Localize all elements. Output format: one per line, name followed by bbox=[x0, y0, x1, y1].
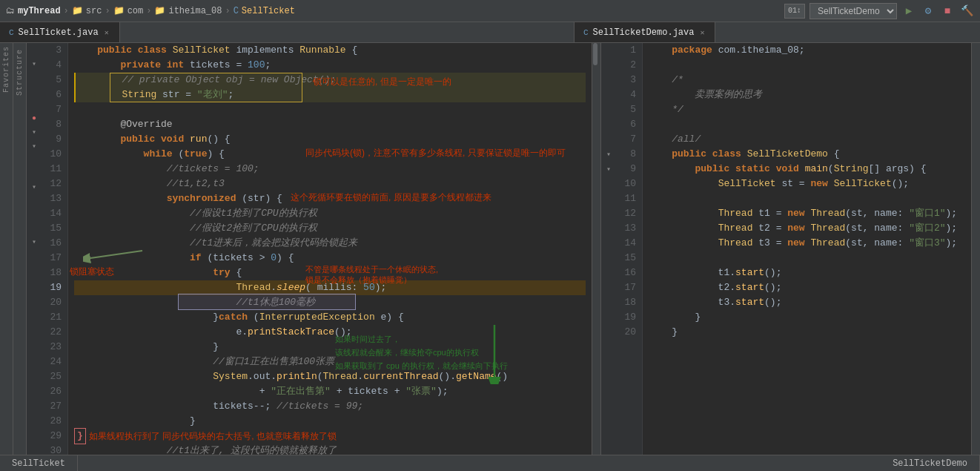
rg-6 bbox=[601, 117, 616, 132]
sort-button[interactable]: 01↕ bbox=[784, 4, 805, 19]
sep3: › bbox=[146, 6, 151, 16]
tab-label-left: SellTicket.java bbox=[19, 27, 99, 38]
ln-5: 5 bbox=[47, 73, 62, 88]
rln-14: 14 bbox=[622, 236, 636, 251]
bottom-tab-right[interactable]: SellTicketDemo bbox=[881, 455, 980, 471]
com-label[interactable]: com bbox=[128, 6, 144, 16]
code-line-28: } bbox=[74, 414, 586, 429]
gutter-18 bbox=[27, 249, 42, 263]
bottom-status-bar: SellTicket SellTicketDemo bbox=[0, 455, 980, 471]
left-line-numbers: 3 4 5 6 7 8 9 10 11 12 13 14 15 16 17 18 bbox=[42, 43, 68, 455]
rln-12: 12 bbox=[622, 206, 636, 221]
left-scrollbar-marker[interactable] bbox=[592, 43, 600, 455]
gutter-10[interactable]: ▾ bbox=[27, 139, 42, 154]
right-gutter: ▾ ▾ bbox=[601, 43, 616, 455]
tab-close-right[interactable]: ✕ bbox=[698, 28, 706, 37]
rln-5: 5 bbox=[622, 102, 636, 117]
config-dropdown[interactable]: SellTicketDemo bbox=[810, 3, 897, 19]
rln-18: 18 bbox=[622, 295, 636, 310]
debug-button[interactable]: ⚙ bbox=[921, 4, 936, 19]
tab-bar: C SellTicket.java ✕ C SellTicketDemo.jav… bbox=[0, 22, 980, 43]
tab-icon-right: C bbox=[583, 28, 589, 37]
right-scrollbar-marker[interactable] bbox=[971, 43, 980, 455]
rg-15 bbox=[601, 251, 616, 266]
gutter-9[interactable]: ▾ bbox=[27, 125, 42, 139]
gutter-17[interactable]: ▾ bbox=[27, 235, 42, 249]
rln-17: 17 bbox=[622, 280, 636, 295]
code-line-19: Thread.sleep( millis: 50); bbox=[74, 280, 586, 295]
pkg-label[interactable]: itheima_08 bbox=[168, 6, 222, 16]
ln-14: 14 bbox=[47, 206, 62, 221]
gutter-23 bbox=[27, 317, 42, 332]
bottom-right-label: SellTicketDemo bbox=[893, 458, 967, 469]
code-line-10: while (true) { bbox=[74, 147, 586, 162]
rg-9[interactable]: ▾ bbox=[601, 162, 616, 177]
com-folder: 📁 bbox=[113, 5, 125, 16]
top-bar: 🗂 myThread › 📁 src › 📁 com › 📁 itheima_0… bbox=[0, 0, 980, 22]
left-gutter: ▾ ● ▾ ▾ ▾ ▾ bbox=[27, 43, 42, 455]
rln-3: 3 bbox=[622, 73, 636, 88]
code-line-8: @Override bbox=[74, 117, 586, 132]
code-line-18: try { bbox=[74, 266, 586, 280]
rcode-5: */ bbox=[649, 102, 965, 117]
code-line-13: synchronized (str) { bbox=[74, 191, 586, 206]
ln-23: 23 bbox=[47, 340, 62, 355]
right-editor-scroll[interactable]: ▾ ▾ 1 2 3 bbox=[601, 43, 980, 455]
code-line-9: public void run() { bbox=[74, 132, 586, 147]
ln-6: 6 bbox=[47, 88, 62, 102]
tab-sell-ticket-demo[interactable]: C SellTicketDemo.java ✕ bbox=[575, 22, 715, 42]
gutter-19 bbox=[27, 263, 42, 277]
tab-label-right: SellTicketDemo.java bbox=[593, 27, 695, 38]
sep1: › bbox=[64, 6, 69, 16]
project-name[interactable]: myThread bbox=[18, 6, 61, 16]
tab-close-left[interactable]: ✕ bbox=[103, 28, 110, 37]
bottom-tab-left[interactable]: SellTicket bbox=[0, 455, 78, 471]
run-button[interactable]: ▶ bbox=[901, 4, 916, 19]
left-editor-scroll[interactable]: ▾ ● ▾ ▾ ▾ ▾ bbox=[27, 43, 600, 455]
rln-4: 4 bbox=[622, 88, 636, 102]
ln-9: 9 bbox=[47, 132, 62, 147]
ln-25: 25 bbox=[47, 369, 62, 384]
class-label[interactable]: SellTicket bbox=[242, 6, 295, 16]
gutter-30 bbox=[27, 414, 42, 428]
rcode-13: Thread t2 = new Thread(st, name: "窗口2"); bbox=[649, 221, 965, 236]
rg-14 bbox=[601, 236, 616, 251]
ln-12: 12 bbox=[47, 177, 62, 191]
rcode-11 bbox=[649, 191, 965, 206]
tab-sell-ticket[interactable]: C SellTicket.java ✕ bbox=[0, 22, 120, 42]
src-label[interactable]: src bbox=[86, 6, 102, 16]
rcode-10: SellTicket st = new SellTicket(); bbox=[649, 177, 965, 191]
rln-10: 10 bbox=[622, 177, 636, 191]
build-button[interactable]: 🔨 bbox=[959, 4, 974, 19]
ln-19: 19 bbox=[47, 280, 62, 295]
rcode-3: /* bbox=[649, 73, 965, 88]
code-line-21: }catch (InterruptedException e) { bbox=[74, 310, 586, 325]
rcode-4: 卖票案例的思考 bbox=[649, 88, 965, 102]
sep4: › bbox=[225, 6, 230, 16]
code-line-7 bbox=[74, 102, 586, 117]
ln-21: 21 bbox=[47, 310, 62, 325]
rcode-19: } bbox=[649, 310, 965, 325]
rg-3 bbox=[601, 73, 616, 88]
bottom-left-label: SellTicket bbox=[12, 458, 65, 469]
gutter-4[interactable]: ▾ bbox=[27, 57, 42, 71]
rcode-17: t2.start(); bbox=[649, 280, 965, 295]
rg-8[interactable]: ▾ bbox=[601, 147, 616, 162]
code-line-16: //t1进来后，就会把这段代码给锁起来 bbox=[74, 236, 586, 251]
tab-icon-left: C bbox=[9, 28, 14, 37]
rcode-14: Thread t3 = new Thread(st, name: "窗口3"); bbox=[649, 236, 965, 251]
top-bar-right: 01↕ SellTicketDemo ▶ ⚙ ■ 🔨 bbox=[784, 3, 974, 19]
rcode-16: t1.start(); bbox=[649, 266, 965, 280]
gutter-21 bbox=[27, 290, 42, 304]
editor-panes: ▾ ● ▾ ▾ ▾ ▾ bbox=[27, 43, 980, 455]
gutter-13[interactable]: ▾ bbox=[27, 180, 42, 194]
rg-1 bbox=[601, 43, 616, 58]
stop-button[interactable]: ■ bbox=[940, 4, 955, 19]
rln-16: 16 bbox=[622, 266, 636, 280]
gutter-11 bbox=[27, 153, 42, 167]
ln-27: 27 bbox=[47, 399, 62, 414]
code-line-11: //tickets = 100; bbox=[74, 162, 586, 177]
rln-11: 11 bbox=[622, 191, 636, 206]
gutter-27 bbox=[27, 372, 42, 386]
gutter-29 bbox=[27, 400, 42, 414]
